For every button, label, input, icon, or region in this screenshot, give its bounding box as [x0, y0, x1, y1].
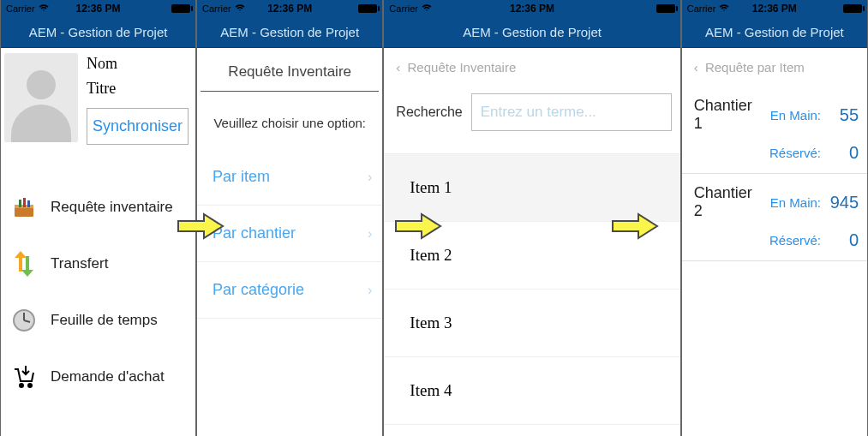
user-title: Titre [87, 80, 192, 98]
nav-title: AEM - Gestion de Projet [197, 17, 382, 48]
wifi-icon [422, 3, 432, 15]
carrier-label: Carrier [6, 3, 35, 14]
svg-point-8 [20, 384, 23, 387]
wifi-icon [719, 3, 729, 15]
svg-rect-4 [27, 200, 30, 207]
clock: 12:36 PM [76, 3, 121, 15]
reserved-value: 0 [821, 230, 859, 250]
list-item[interactable]: Item 2 [384, 222, 679, 290]
back-button[interactable]: ‹ Requête Inventaire [384, 48, 679, 81]
clock-icon [9, 306, 39, 335]
menu-label: Requête inventaire [51, 199, 173, 216]
onhand-value: 945 [821, 193, 859, 212]
back-label: Requête Inventaire [408, 60, 517, 75]
status-bar: Carrier 12:36 PM [682, 0, 867, 17]
wifi-icon [235, 3, 245, 15]
screen-item-search: Carrier 12:36 PM AEM - Gestion de Projet… [383, 0, 680, 436]
battery-icon [656, 4, 675, 13]
option-by-category[interactable]: Par catégorie › [197, 262, 382, 319]
list-item[interactable]: Item 3 [384, 290, 679, 357]
prompt-text: Veuillez choisir une option: [197, 92, 382, 149]
carrier-label: Carrier [389, 3, 418, 14]
site-row: Chantier 2 En Main: 945 Réservé: 0 [682, 174, 867, 261]
screen-item-detail: Carrier 12:36 PM AEM - Gestion de Projet… [681, 0, 868, 436]
reserved-value: 0 [821, 143, 859, 163]
status-bar: Carrier 12:36 PM [384, 0, 679, 17]
svg-rect-2 [19, 200, 21, 207]
onhand-value: 55 [821, 105, 859, 125]
search-input[interactable] [471, 93, 672, 131]
svg-rect-3 [23, 198, 26, 207]
menu-transfer[interactable]: Transfert [1, 236, 195, 292]
battery-icon [843, 4, 862, 13]
option-by-site[interactable]: Par chantier › [197, 206, 382, 262]
list-item[interactable]: Item 1 [384, 154, 679, 222]
status-bar: Carrier 12:36 PM [1, 0, 195, 17]
site-name: Chantier 1 [694, 97, 763, 133]
list-item[interactable]: Item 4 [384, 357, 679, 425]
menu-label: Transfert [51, 255, 108, 272]
site-name: Chantier 2 [694, 184, 763, 220]
status-bar: Carrier 12:36 PM [197, 0, 382, 17]
onhand-label: En Main: [763, 108, 821, 122]
site-row: Chantier 1 En Main: 55 Réservé: 0 [682, 87, 867, 174]
avatar [4, 53, 78, 142]
svg-point-9 [28, 384, 32, 387]
reserved-label: Réservé: [763, 233, 821, 248]
back-button[interactable]: ‹ Requête par Item [682, 48, 867, 87]
chevron-right-icon: › [368, 283, 372, 298]
clock: 12:36 PM [510, 3, 554, 15]
toolbox-icon [9, 193, 39, 222]
chevron-right-icon: › [368, 226, 372, 242]
search-label: Recherche [396, 105, 462, 120]
chevron-left-icon: ‹ [396, 60, 400, 75]
carrier-label: Carrier [202, 3, 231, 14]
nav-title: AEM - Gestion de Projet [384, 17, 679, 48]
battery-icon [358, 4, 377, 13]
menu-inventory-request[interactable]: Requête inventaire [1, 179, 195, 236]
menu-label: Demande d'achat [51, 368, 165, 385]
page-title: Requête Inventaire [201, 48, 379, 92]
chevron-right-icon: › [368, 170, 372, 185]
cart-download-icon [9, 362, 39, 391]
screen-home: Carrier 12:36 PM AEM - Gestion de Projet… [0, 0, 196, 436]
clock: 12:36 PM [267, 3, 312, 15]
transfer-arrows-icon [9, 249, 39, 278]
option-by-item[interactable]: Par item › [197, 149, 382, 206]
battery-icon [171, 4, 190, 13]
sync-button[interactable]: Synchroniser [87, 108, 189, 145]
nav-title: AEM - Gestion de Projet [1, 17, 195, 48]
option-label: Par chantier [213, 224, 296, 242]
nav-title: AEM - Gestion de Projet [682, 17, 867, 48]
user-name: Nom [87, 55, 192, 73]
wifi-icon [39, 3, 49, 15]
menu-label: Feuille de temps [51, 312, 158, 329]
option-label: Par item [213, 168, 270, 186]
screen-inventory-request: Carrier 12:36 PM AEM - Gestion de Projet… [196, 0, 383, 436]
chevron-left-icon: ‹ [694, 60, 698, 75]
menu-timesheet[interactable]: Feuille de temps [1, 292, 195, 349]
option-label: Par catégorie [213, 281, 304, 299]
onhand-label: En Main: [763, 195, 821, 210]
menu-purchase-request[interactable]: Demande d'achat [1, 349, 195, 405]
back-label: Requête par Item [705, 60, 805, 75]
carrier-label: Carrier [687, 3, 716, 14]
reserved-label: Réservé: [763, 146, 821, 160]
clock: 12:36 PM [752, 3, 797, 15]
